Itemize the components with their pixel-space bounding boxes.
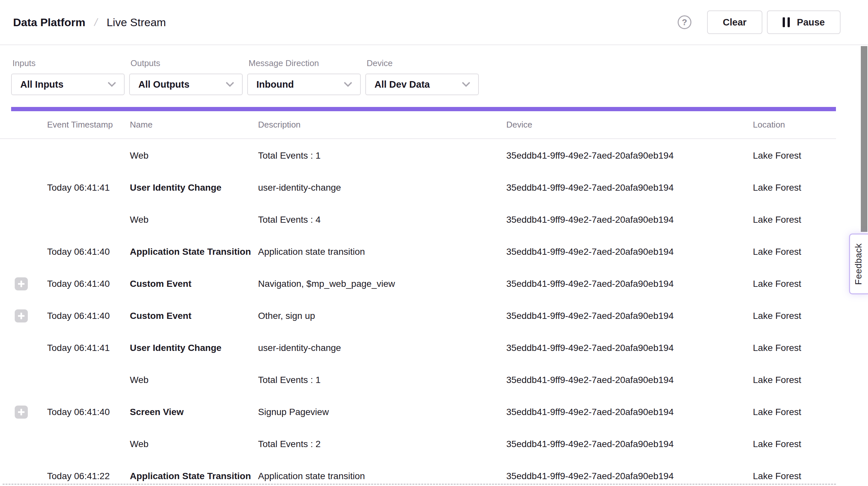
event-description-cell: Total Events : 1 [258,375,506,385]
event-description-cell: Navigation, $mp_web_page_view [258,279,506,289]
table-row[interactable]: Today 06:41:40 Application State Transit… [0,236,836,268]
table-body: Web Total Events : 1 35eddb41-9ff9-49e2-… [0,140,836,486]
expand-cell [11,277,47,291]
device-id-cell: 35eddb41-9ff9-49e2-7aed-20afa90eb194 [506,471,753,481]
event-description-cell: Total Events : 4 [258,215,506,225]
col-location: Location [753,120,836,130]
table-row[interactable]: Web Total Events : 1 35eddb41-9ff9-49e2-… [0,364,836,396]
table-row[interactable]: Today 06:41:41 User Identity Change user… [0,332,836,364]
table-row[interactable]: Today 06:41:40 Screen View Signup Pagevi… [0,396,836,428]
expand-cell [11,469,47,483]
pause-button[interactable]: Pause [767,10,840,34]
scrollbar-thumb[interactable] [861,46,867,232]
event-description-cell: Application state transition [258,471,506,481]
feedback-tab-label: Feedback [853,243,864,285]
table-row[interactable]: Web Total Events : 4 35eddb41-9ff9-49e2-… [0,204,836,236]
filter-message-direction: Message Direction Inbound [247,58,361,95]
inputs-select[interactable]: All Inputs [11,73,125,95]
table-row[interactable]: Web Total Events : 2 35eddb41-9ff9-49e2-… [0,428,836,460]
location-cell: Lake Forest [753,471,836,481]
breadcrumb-section[interactable]: Data Platform [13,16,85,29]
device-select-value: All Dev Data [374,79,430,90]
feedback-tab[interactable]: Feedback [849,234,868,294]
help-icon[interactable]: ? [678,16,691,29]
table-row[interactable]: Today 06:41:41 User Identity Change user… [0,172,836,204]
event-description-cell: user-identity-change [258,343,506,353]
location-cell: Lake Forest [753,407,836,417]
event-name-cell: Web [130,375,258,385]
expand-cell [11,437,47,451]
col-description: Description [258,120,506,130]
breadcrumb-separator: / [93,17,99,28]
filter-outputs: Outputs All Outputs [129,58,243,95]
event-timestamp-cell: Today 06:41:41 [47,182,130,193]
event-description-cell: Other, sign up [258,311,506,321]
clear-button[interactable]: Clear [707,10,762,34]
location-cell: Lake Forest [753,343,836,353]
page-header: Data Platform / Live Stream ? Clear Paus… [0,0,868,45]
event-timestamp-cell: Today 06:41:22 [47,471,130,481]
device-id-cell: 35eddb41-9ff9-49e2-7aed-20afa90eb194 [506,279,753,289]
table-row[interactable]: Today 06:41:40 Custom Event Other, sign … [0,300,836,332]
event-name-cell: User Identity Change [130,343,258,353]
expand-cell [11,373,47,387]
event-name-cell: Application State Transition [130,471,258,481]
pause-button-label: Pause [797,17,825,28]
expand-button[interactable] [15,405,28,419]
chevron-down-icon [462,82,470,87]
event-description-cell: user-identity-change [258,182,506,193]
table-row[interactable]: Web Total Events : 1 35eddb41-9ff9-49e2-… [0,140,836,172]
event-description-cell: Application state transition [258,247,506,257]
location-cell: Lake Forest [753,247,836,257]
device-id-cell: 35eddb41-9ff9-49e2-7aed-20afa90eb194 [506,311,753,321]
event-name-cell: Web [130,439,258,449]
expand-button[interactable] [15,309,28,323]
table-row[interactable]: Today 06:41:40 Custom Event Navigation, … [0,268,836,300]
filter-label: Message Direction [249,58,361,68]
event-name-cell: Web [130,215,258,225]
outputs-select-value: All Outputs [138,79,189,90]
expand-button[interactable] [15,277,28,291]
filter-label: Inputs [12,58,125,68]
message-direction-select[interactable]: Inbound [247,73,361,95]
chevron-down-icon [107,82,116,87]
breadcrumb: Data Platform / Live Stream [13,16,166,29]
filter-device: Device All Dev Data [365,58,479,95]
live-stream-page: Data Platform / Live Stream ? Clear Paus… [0,0,868,486]
event-name-cell: Web [130,150,258,161]
row-divider-dashed [3,484,836,485]
pause-icon [783,17,790,27]
col-event-timestamp: Event Timestamp [47,120,130,130]
expand-cell [11,181,47,194]
filter-label: Device [367,58,479,68]
location-cell: Lake Forest [753,375,836,385]
expand-cell [11,309,47,323]
table-row[interactable]: Today 06:41:22 Application State Transit… [0,460,836,486]
location-cell: Lake Forest [753,150,836,161]
message-direction-select-value: Inbound [256,79,294,90]
col-device: Device [506,120,753,130]
expand-cell [11,245,47,259]
expand-cell [11,405,47,419]
event-description-cell: Signup Pageview [258,407,506,417]
location-cell: Lake Forest [753,215,836,225]
page-title: Live Stream [106,16,166,29]
outputs-select[interactable]: All Outputs [129,73,243,95]
table-header: Event Timestamp Name Description Device … [0,111,836,139]
filter-bar: Inputs All Inputs Outputs All Outputs Me… [11,58,479,95]
device-id-cell: 35eddb41-9ff9-49e2-7aed-20afa90eb194 [506,439,753,449]
location-cell: Lake Forest [753,439,836,449]
event-description-cell: Total Events : 1 [258,150,506,161]
event-timestamp-cell: Today 06:41:40 [47,311,130,321]
device-select[interactable]: All Dev Data [365,73,479,95]
col-name: Name [130,120,258,130]
device-id-cell: 35eddb41-9ff9-49e2-7aed-20afa90eb194 [506,343,753,353]
event-timestamp-cell: Today 06:41:41 [47,343,130,353]
event-description-cell: Total Events : 2 [258,439,506,449]
expand-cell [11,149,47,162]
inputs-select-value: All Inputs [20,79,63,90]
event-timestamp-cell: Today 06:41:40 [47,407,130,417]
chevron-down-icon [226,82,234,87]
device-id-cell: 35eddb41-9ff9-49e2-7aed-20afa90eb194 [506,215,753,225]
event-name-cell: Custom Event [130,279,258,289]
